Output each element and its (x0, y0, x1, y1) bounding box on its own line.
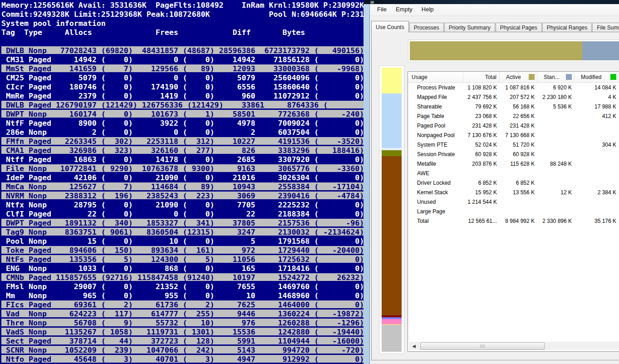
pool-row-File: File Nonp 10772841 ( 9290) 10763678 ( 93… (1, 164, 364, 173)
table-row-unused[interactable]: Unused1 214 544 K (408, 197, 619, 207)
terminal-header-line-4: Tag Type Allocs Frees Diff Bytes (1, 28, 364, 37)
tab-physical-pages[interactable]: Physical Pages (496, 23, 542, 32)
pool-row-MmSt: MmSt Paged 141659 ( 7) 129566 ( 89) 1209… (1, 64, 364, 74)
value-cell: 5 536 K (537, 102, 575, 111)
usage-cell: Metafile (408, 159, 463, 168)
value-cell (575, 178, 619, 187)
value-cell: 17 988 K (575, 102, 619, 111)
pool-row-ENG: ENG Nonp 1033 ( 0) 868 ( 0) 165 1718416 … (1, 264, 364, 273)
value-cell: 6 852 K (463, 178, 500, 187)
table-row-total[interactable]: Total12 565 61...8 984 992 K2 330 896 K3… (408, 216, 619, 226)
value-cell: 12 565 61... (463, 216, 500, 226)
legend-swatch-icon (610, 74, 616, 80)
column-label: Modified (581, 74, 601, 80)
usage-cell: Process Private (408, 83, 463, 92)
usage-cell: Nonpaged Pool (408, 130, 463, 140)
pool-row-Ntff: Ntff Paged 16863 ( 0) 14178 ( 0) 2685 33… (1, 155, 364, 164)
tab-file-summary[interactable]: File Summary (592, 23, 619, 32)
horizontal-scrollbar[interactable]: ◀ (409, 342, 619, 350)
table-row-mapped-file[interactable]: Mapped File2 437 756 K207 572 K2 230 180… (408, 92, 619, 102)
value-cell (575, 207, 619, 216)
value-cell (537, 178, 575, 187)
table-row-driver-locked[interactable]: Driver Locked6 852 K6 852 K (408, 178, 619, 187)
pool-row-FIcs: FIcs Paged 69361 ( 2) 61736 ( 2) 7625 14… (1, 300, 364, 310)
pool-row-VadS: VadS Nonp 1135267 ( 1058) 1119731 ( 1301… (1, 328, 364, 337)
priority-bar-segment-8 (382, 319, 402, 324)
column-header-active[interactable]: Active (500, 72, 537, 82)
table-row-awe[interactable]: AWE (408, 168, 619, 178)
table-row-nonpaged-pool[interactable]: Nonpaged Pool7 130 676 K7 130 668 K (408, 130, 619, 140)
scroll-left-arrow-icon[interactable]: ◀ (410, 343, 418, 349)
poolmon-terminal[interactable]: Memory:12565616K Avail: 3531636K PageFlt… (0, 0, 364, 364)
value-cell: 60 928 K (463, 149, 500, 159)
table-row-large-page[interactable]: Large Page (408, 207, 619, 216)
usage-table-body: Process Private1 108 820 K1 087 816 K6 9… (408, 83, 619, 226)
usage-table[interactable]: UsageTotalActiveStan...Modified Process … (408, 71, 619, 352)
usage-cell: Shareable (408, 102, 463, 111)
usage-cell: Driver Locked (408, 178, 463, 187)
value-cell: 2 330 896 K (537, 216, 575, 226)
usage-table-header[interactable]: UsageTotalActiveStan...Modified (408, 72, 619, 83)
value-cell (463, 168, 500, 178)
table-row-paged-pool[interactable]: Paged Pool231 428 K231 428 K (408, 121, 619, 130)
value-cell: 8 984 992 K (500, 216, 537, 226)
usage-cell: Kernel Stack (408, 187, 463, 197)
usage-cell: Large Page (408, 207, 463, 216)
titlebar[interactable] (364, 0, 619, 4)
value-cell: 115 628 K (500, 159, 537, 168)
stacked-bar-segment-active (410, 41, 582, 60)
legend-swatch-icon (529, 74, 535, 80)
value-cell: 13 556 K (500, 187, 537, 197)
column-header-modified[interactable]: Modified (575, 72, 619, 82)
value-cell (500, 207, 537, 216)
usage-cell: AWE (408, 168, 463, 178)
value-cell: 2 384 K (575, 187, 619, 197)
table-row-metafile[interactable]: Metafile203 876 K115 628 K88 248 K (408, 159, 619, 168)
pool-row-Mm: Mm Nonp 965 ( 0) 955 ( 0) 10 1468960 ( 0… (1, 291, 364, 300)
screen: Memory:12565616K Avail: 3531636K PageFlt… (0, 0, 619, 364)
pool-row-NtFs: NtFs Paged 135356 ( 5) 124300 ( 5) 11056… (1, 255, 364, 264)
value-cell: 2 437 756 K (463, 92, 500, 102)
value-cell (537, 168, 575, 178)
pool-row-Tag9: Tag9 Nonp 8363751 ( 9061) 8360504 (12315… (1, 228, 364, 237)
priority-bar-segment-5 (382, 156, 402, 315)
value-cell: 304 K (575, 140, 619, 149)
usage-cell: System PTE (408, 140, 463, 149)
table-row-session-private[interactable]: Session Private60 928 K60 928 K (408, 149, 619, 159)
tab-use-counts[interactable]: Use Counts (371, 21, 409, 32)
pool-row-FMsl: FMsl Nonp 29007 ( 0) 21352 ( 0) 7655 146… (1, 282, 364, 291)
value-cell (575, 130, 619, 140)
pool-row-Toke: Toke Paged 894606 ( 150) 893634 ( 161) 9… (1, 246, 364, 255)
table-row-kernel-stack[interactable]: Kernel Stack15 952 K13 556 K12 K2 384 K (408, 187, 619, 197)
menu-help[interactable]: Help (417, 4, 438, 15)
table-row-system-pte[interactable]: System PTE52 024 K51 720 K304 K (408, 140, 619, 149)
value-cell: 52 024 K (463, 140, 500, 149)
pool-row-NVRM: NVRM Nonp 2388312 ( 196) 2385243 ( 223) … (1, 192, 364, 201)
column-header-total[interactable]: Total (463, 72, 500, 82)
value-cell (575, 159, 619, 168)
table-row-process-private[interactable]: Process Private1 108 820 K1 087 816 K6 9… (408, 83, 619, 92)
column-header-stan[interactable]: Stan... (537, 72, 575, 82)
value-cell (463, 207, 500, 216)
priority-bar-segment-2 (382, 93, 402, 148)
pool-row-MmRe: MmRe Paged 2379 ( 0) 1419 ( 0) 960 11072… (1, 92, 364, 101)
tab-priority-summary[interactable]: Priority Summary (444, 23, 495, 32)
value-cell (575, 197, 619, 207)
usage-cell: Page Table (408, 111, 463, 121)
value-cell (537, 140, 575, 149)
value-cell: 79 692 K (463, 102, 500, 111)
value-cell (537, 149, 575, 159)
usage-cell: Paged Pool (408, 121, 463, 130)
menu-empty[interactable]: Empty (391, 4, 417, 15)
tab-physical-ranges[interactable]: Physical Ranges (542, 23, 592, 32)
pool-row-DWLB: DWLB Nonp 77028243 (69820) 48431857 (486… (1, 46, 364, 55)
menu-file[interactable]: File (373, 4, 391, 15)
pool-row-CM25: CM25 Paged 5079 ( 0) 0 ( 0) 5079 2560409… (1, 74, 364, 83)
table-row-page-table[interactable]: Page Table23 068 K22 656 K412 K (408, 111, 619, 121)
value-cell (575, 121, 619, 130)
tab-processes[interactable]: Processes (409, 23, 444, 32)
table-row-shareable[interactable]: Shareable79 692 K56 168 K5 536 K17 988 K (408, 102, 619, 111)
pool-row-MmCa: MmCa Nonp 125627 ( 7) 114684 ( 89) 10943… (1, 182, 364, 192)
column-header-usage[interactable]: Usage (408, 72, 463, 82)
scrollbar-thumb[interactable] (420, 342, 545, 350)
